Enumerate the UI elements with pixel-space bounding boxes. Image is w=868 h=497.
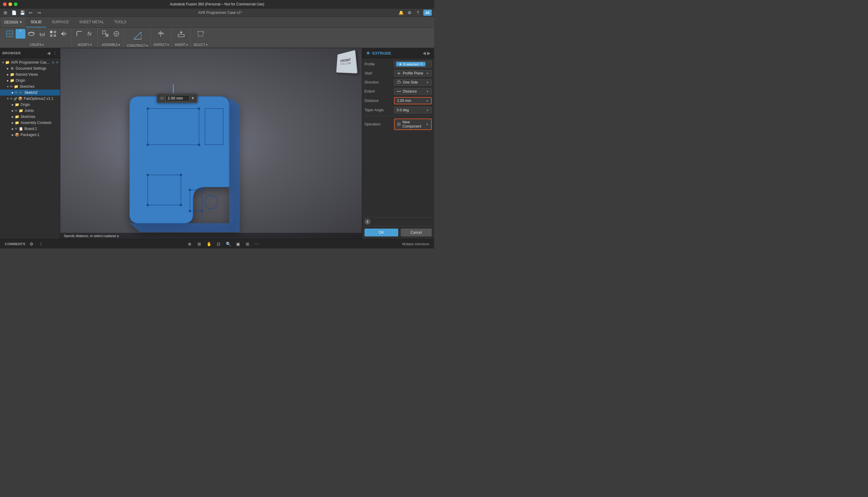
cancel-button[interactable]: Cancel	[401, 229, 432, 237]
display-mode-icon[interactable]: ▣	[234, 240, 242, 247]
pan-icon[interactable]: ✋	[205, 240, 213, 247]
profile-clear-button[interactable]: ✕	[420, 62, 423, 66]
create-label[interactable]: CREATE ▾	[30, 43, 44, 46]
pattern-icon[interactable]	[48, 29, 58, 39]
construct-big-icon[interactable]	[130, 29, 145, 44]
extrude-icon[interactable]	[16, 29, 25, 39]
undo-icon[interactable]: ↩	[28, 10, 34, 16]
tree-item-sketch2[interactable]: ▶ 👁 ✏ Sketch2	[0, 89, 60, 96]
start-value[interactable]: Profile Plane ▼	[394, 70, 432, 76]
distance-value-input[interactable]	[165, 95, 190, 101]
root-settings-icon[interactable]: ⚙	[52, 61, 55, 64]
tab-sheet-metal[interactable]: SHEET METAL	[74, 17, 109, 27]
grid-icon[interactable]: ⊞	[244, 240, 251, 247]
close-button[interactable]	[3, 2, 6, 6]
distance-value[interactable]: 2.00 mm ▼	[394, 97, 432, 104]
tree-arrow-doc[interactable]: ▶	[6, 67, 10, 70]
navcube[interactable]: FRONT FOLLOW	[335, 51, 359, 75]
faboptimus-eye[interactable]: 👁	[10, 97, 13, 100]
inspect-label[interactable]: INSPECT ▾	[154, 43, 169, 46]
tree-arrow-joints[interactable]: ▶	[11, 109, 14, 113]
design-dropdown[interactable]: DESIGN ▼	[1, 17, 25, 27]
direction-value[interactable]: One Side ▼	[394, 79, 432, 86]
apps-icon[interactable]: ⊞	[2, 10, 9, 16]
tree-item-origin2[interactable]: ▶ 📁 Origin	[0, 102, 60, 108]
tree-arrow-origin[interactable]: ▶	[6, 79, 10, 82]
insert-icon[interactable]	[176, 29, 186, 39]
tree-item-faboptimus[interactable]: ▼ 👁 🔗 📦 FabOptimus2 v1:1	[0, 96, 60, 102]
comments-collapse[interactable]: ⋮	[38, 240, 45, 247]
tree-item-board[interactable]: ▶ 👁 📋 Board:1	[0, 126, 60, 132]
fillet-icon[interactable]	[74, 29, 84, 39]
tree-arrow-root[interactable]: ▼	[1, 61, 5, 64]
layout-icon[interactable]: ⊞	[196, 240, 203, 247]
canvas[interactable]: ▼ FRONT FOLLOW Specify distance, or sele…	[60, 48, 362, 239]
new-sketch-icon[interactable]	[5, 29, 14, 39]
board-eye[interactable]: 👁	[14, 127, 18, 131]
tree-arrow-assembly[interactable]: ▶	[11, 121, 14, 125]
settings-icon[interactable]: ⚙	[406, 10, 413, 16]
tab-tools[interactable]: TOOLS	[110, 17, 131, 27]
modify-label[interactable]: MODIFY ▾	[78, 43, 92, 46]
tab-solid[interactable]: SOLID	[26, 17, 46, 27]
insert-label[interactable]: INSERT ▾	[175, 43, 188, 46]
extent-value[interactable]: Distance ▼	[394, 88, 432, 95]
joints-eye[interactable]: 👁	[14, 109, 18, 113]
assemble-icon2[interactable]	[112, 29, 121, 39]
assemble-label[interactable]: ASSEMBLE ▾	[102, 43, 120, 46]
ok-button[interactable]: OK	[364, 229, 398, 237]
taper-angle-value[interactable]: 0.0 deg ▼	[394, 107, 432, 113]
tree-arrow-board[interactable]: ▶	[11, 127, 14, 131]
operation-value[interactable]: New Component ▼	[394, 118, 432, 130]
minimize-button[interactable]	[9, 2, 12, 6]
tree-arrow-origin2[interactable]: ▶	[11, 103, 14, 106]
tree-item-packages[interactable]: ▶ 📦 Packages:1	[0, 132, 60, 138]
zoom-fit-icon[interactable]: ⊡	[215, 240, 222, 247]
root-eye-icon[interactable]: 👁	[56, 61, 59, 64]
tree-item-named-views[interactable]: ▶ 📁 Named Views	[0, 71, 60, 77]
maximize-button[interactable]	[14, 2, 17, 6]
save-icon[interactable]: 💾	[19, 10, 25, 16]
tree-item-sketches2[interactable]: ▶ 📁 Sketches	[0, 114, 60, 120]
distance-popup-arrow[interactable]: ▼	[191, 96, 195, 100]
help-icon[interactable]: ?	[415, 10, 421, 16]
sketch2-eye[interactable]: 👁	[14, 91, 18, 95]
panel-collapse-left-icon[interactable]: ◀	[423, 51, 426, 56]
navcube-face-front[interactable]: FRONT FOLLOW	[336, 50, 358, 74]
tree-arrow-sketch2[interactable]: ▶	[11, 91, 14, 95]
sketches-eye[interactable]: 👁	[10, 85, 13, 88]
assemble-icon1[interactable]	[101, 29, 110, 39]
tree-arrow-faboptimus[interactable]: ▼	[6, 97, 10, 100]
hole-icon[interactable]	[38, 29, 47, 39]
panel-expand-right-icon[interactable]: ▶	[427, 51, 431, 56]
formula-icon[interactable]: fx	[85, 29, 95, 39]
user-avatar[interactable]: AE	[423, 10, 432, 16]
redo-icon[interactable]: ↪	[36, 10, 42, 16]
info-icon[interactable]: ℹ	[364, 219, 371, 225]
tree-arrow-sketches2[interactable]: ▶	[11, 115, 14, 118]
inspect-icon[interactable]	[157, 29, 166, 39]
select-label[interactable]: SELECT ▾	[193, 43, 207, 46]
tree-item-doc-settings[interactable]: ▶ ⚙ Document Settings	[0, 66, 60, 71]
mirror-icon[interactable]	[59, 29, 69, 39]
file-icon[interactable]: 📄	[11, 10, 17, 16]
comments-settings[interactable]: ⚙	[28, 240, 35, 247]
snap-icon[interactable]: ⊕	[186, 240, 193, 247]
construct-label[interactable]: CONSTRUCT ▾	[127, 44, 148, 47]
tree-item-sketches[interactable]: ▼ 👁 📁 Sketches	[0, 84, 60, 89]
more-icon[interactable]: ⋯	[254, 240, 261, 247]
zoom-icon[interactable]: 🔍	[225, 240, 232, 247]
sidebar-collapse-left[interactable]: ◀	[46, 50, 51, 56]
tree-item-joints[interactable]: ▶ 👁 📁 Joints	[0, 108, 60, 114]
sidebar-resize-handle[interactable]: ⋮	[52, 50, 58, 56]
tree-item-assembly-ctx[interactable]: ▶ 📁 Assembly Contexts	[0, 120, 60, 126]
tree-arrow-packages[interactable]: ▶	[11, 133, 14, 137]
tree-arrow-named-views[interactable]: ▶	[6, 73, 10, 76]
profile-value-container[interactable]: 8 selected ✕	[394, 61, 432, 68]
tree-item-root[interactable]: ▼ 📁 AVR Programmer Case v1 ⚙ 👁	[0, 59, 60, 66]
tree-arrow-sketches[interactable]: ▼	[6, 85, 10, 88]
notifications-icon[interactable]: 🔔	[398, 10, 404, 16]
select-icon[interactable]	[196, 29, 205, 39]
tab-surface[interactable]: SURFACE	[47, 17, 74, 27]
revolve-icon[interactable]	[27, 29, 36, 39]
